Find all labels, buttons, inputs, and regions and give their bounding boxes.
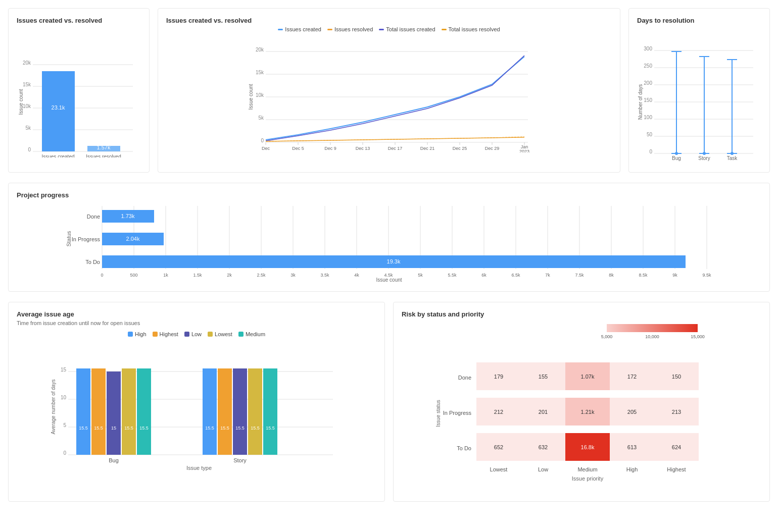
svg-text:Dec 29: Dec 29 <box>485 146 500 151</box>
svg-text:1.5k: 1.5k <box>193 273 202 278</box>
svg-text:1.57k: 1.57k <box>97 144 111 150</box>
svg-text:300: 300 <box>644 46 652 51</box>
legend-label-medium: Medium <box>246 331 265 337</box>
legend-issues-resolved: Issues resolved <box>327 26 373 32</box>
svg-text:Highest: Highest <box>667 466 686 472</box>
svg-text:205: 205 <box>627 409 637 415</box>
svg-text:Issue type: Issue type <box>186 465 212 471</box>
svg-text:20k: 20k <box>23 60 31 66</box>
svg-text:Done: Done <box>458 375 471 381</box>
avg-issue-age-subtitle: Time from issue creation until now for o… <box>17 320 376 326</box>
legend-label-lowest: Lowest <box>215 331 232 337</box>
svg-text:Story: Story <box>698 155 710 161</box>
svg-text:15.5: 15.5 <box>205 425 214 431</box>
bug-bar-medium <box>137 368 151 455</box>
bar-chart-title: Issues created vs. resolved <box>17 17 141 24</box>
project-progress-svg: Status Done In Progress To Do <box>17 201 761 282</box>
days-resolution-svg: 0 50 100 150 200 250 300 Number of days <box>637 26 758 163</box>
svg-text:15.5: 15.5 <box>251 425 260 431</box>
line-issues-created <box>266 57 524 140</box>
svg-text:15.5: 15.5 <box>79 425 88 431</box>
days-resolution-card: Days to resolution 0 50 100 150 200 250 … <box>628 8 770 173</box>
svg-point-66 <box>703 152 706 155</box>
bar-created-resolved-card: Issues created vs. resolved 0 5k 10k 15k… <box>8 8 150 173</box>
svg-text:15.5: 15.5 <box>220 425 229 431</box>
svg-text:213: 213 <box>672 409 681 415</box>
svg-text:100: 100 <box>644 115 652 120</box>
svg-text:10k: 10k <box>23 103 31 109</box>
svg-text:Story: Story <box>233 457 247 463</box>
bug-bar-highest <box>91 368 106 455</box>
story-bar-medium <box>263 368 277 455</box>
svg-text:2k: 2k <box>227 273 232 278</box>
legend-high: High <box>128 331 147 337</box>
svg-text:To Do: To Do <box>85 259 100 265</box>
project-progress-card: Project progress Status Done In Progress… <box>8 183 770 292</box>
line-created-resolved-card: Issues created vs. resolved Issues creat… <box>158 8 620 173</box>
story-bar-lowest <box>248 368 262 455</box>
avg-issue-age-title: Average issue age <box>17 310 376 318</box>
legend-dot-created <box>278 29 283 30</box>
svg-text:15.5: 15.5 <box>124 425 133 431</box>
svg-text:Issues created: Issues created <box>41 154 74 157</box>
svg-text:16.8k: 16.8k <box>581 444 595 450</box>
svg-text:2.04k: 2.04k <box>126 236 140 242</box>
svg-text:15k: 15k <box>256 70 264 75</box>
svg-text:Issue status: Issue status <box>435 400 441 427</box>
svg-text:Dec 9: Dec 9 <box>324 146 336 151</box>
svg-text:Dec 25: Dec 25 <box>453 146 467 151</box>
svg-text:23.1k: 23.1k <box>52 104 65 111</box>
svg-text:15.5: 15.5 <box>139 425 149 431</box>
svg-text:1k: 1k <box>163 273 168 278</box>
svg-text:0: 0 <box>63 450 66 456</box>
row-3: Average issue age Time from issue creati… <box>8 302 770 502</box>
svg-text:Dec 17: Dec 17 <box>388 146 403 151</box>
svg-text:Issue type: Issue type <box>693 162 716 163</box>
svg-text:Medium: Medium <box>577 466 597 472</box>
svg-text:150: 150 <box>672 374 681 380</box>
legend-label-high: High <box>135 331 147 337</box>
svg-text:5,000: 5,000 <box>601 334 613 339</box>
svg-text:Issue priority: Issue priority <box>572 475 604 482</box>
risk-heatmap-card: Risk by status and priority 5,000 10,000… <box>393 302 770 502</box>
svg-text:Dec 5: Dec 5 <box>292 146 304 151</box>
svg-point-63 <box>675 152 678 155</box>
story-bar-highest <box>218 368 232 455</box>
svg-text:Done: Done <box>87 214 100 220</box>
svg-text:201: 201 <box>539 409 548 415</box>
legend-label-total-resolved: Total issues resolved <box>449 26 500 32</box>
svg-text:15k: 15k <box>23 82 31 87</box>
svg-text:Issues resolved: Issues resolved <box>86 154 121 157</box>
svg-text:Number of days: Number of days <box>638 84 643 120</box>
svg-text:10,000: 10,000 <box>645 334 659 339</box>
legend-label-highest: Highest <box>160 331 178 337</box>
legend-sq-lowest <box>208 332 213 337</box>
svg-text:155: 155 <box>539 374 548 380</box>
legend-lowest: Lowest <box>208 331 232 337</box>
svg-text:0: 0 <box>28 147 31 152</box>
svg-text:Lowest: Lowest <box>490 466 508 472</box>
avg-issue-age-card: Average issue age Time from issue creati… <box>8 302 385 502</box>
legend-issues-created: Issues created <box>278 26 321 32</box>
legend-total-created: Total issues created <box>379 26 435 32</box>
svg-text:Bug: Bug <box>672 155 681 161</box>
risk-heatmap-title: Risk by status and priority <box>402 310 761 318</box>
bar-issues-created <box>42 71 75 151</box>
days-resolution-title: Days to resolution <box>637 17 761 24</box>
svg-text:200: 200 <box>644 80 652 86</box>
svg-text:2023: 2023 <box>519 149 529 152</box>
svg-text:613: 613 <box>627 444 637 450</box>
svg-text:In Progress: In Progress <box>443 410 472 416</box>
svg-text:4k: 4k <box>354 273 359 278</box>
svg-text:Task: Task <box>727 155 738 161</box>
row-1: Issues created vs. resolved 0 5k 10k 15k… <box>8 8 770 173</box>
svg-text:212: 212 <box>494 409 503 415</box>
line-chart-title: Issues created vs. resolved <box>166 17 612 24</box>
svg-text:624: 624 <box>672 444 681 450</box>
svg-text:0: 0 <box>649 149 652 154</box>
avg-age-legend: High Highest Low Lowest Medium <box>17 331 376 337</box>
legend-sq-high <box>128 332 133 337</box>
line-chart-svg: 0 5k 10k 15k 20k Issue count <box>166 36 612 152</box>
svg-text:Dec 13: Dec 13 <box>356 146 370 151</box>
svg-point-69 <box>731 152 734 155</box>
